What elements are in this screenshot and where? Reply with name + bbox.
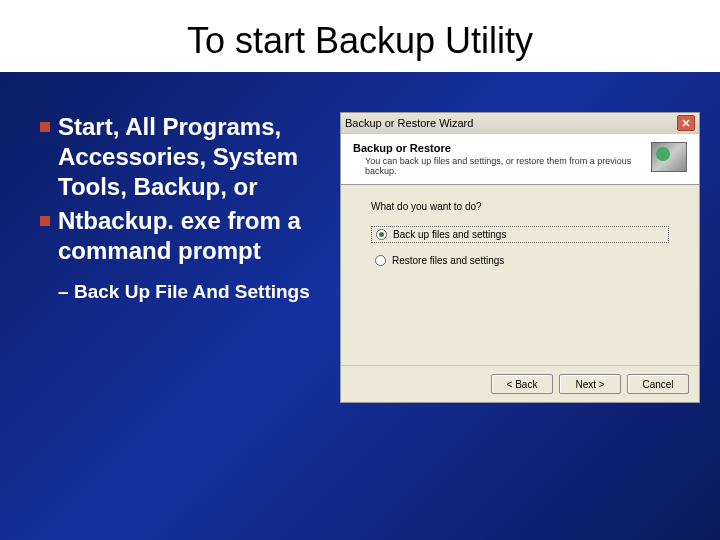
wizard-titlebar: Backup or Restore Wizard (341, 113, 699, 134)
wizard-header-text: Backup or Restore You can back up files … (353, 142, 651, 176)
radio-icon (376, 229, 387, 240)
radio-backup[interactable]: Back up files and settings (371, 226, 669, 243)
wizard-question: What do you want to do? (371, 201, 669, 212)
wizard-header: Backup or Restore You can back up files … (341, 134, 699, 185)
bullet-item: Ntbackup. exe from a command prompt (40, 206, 330, 266)
wizard-title: Backup or Restore Wizard (345, 117, 473, 129)
bullet-list: Start, All Programs, Accessories, System… (40, 112, 330, 266)
radio-restore[interactable]: Restore files and settings (371, 253, 669, 268)
next-button[interactable]: Next > (559, 374, 621, 394)
radio-label: Back up files and settings (393, 229, 506, 240)
slide-content: Start, All Programs, Accessories, System… (0, 72, 720, 423)
radio-icon (375, 255, 386, 266)
wizard-footer: < Back Next > Cancel (341, 365, 699, 402)
bullet-item: Start, All Programs, Accessories, System… (40, 112, 330, 202)
wizard-header-title: Backup or Restore (353, 142, 651, 154)
cancel-button[interactable]: Cancel (627, 374, 689, 394)
right-column: Backup or Restore Wizard Backup or Resto… (340, 112, 700, 403)
wizard-window: Backup or Restore Wizard Backup or Resto… (340, 112, 700, 403)
left-column: Start, All Programs, Accessories, System… (40, 112, 330, 403)
sub-bullet: Back Up File And Settings (40, 280, 330, 305)
radio-label: Restore files and settings (392, 255, 504, 266)
close-icon[interactable] (677, 115, 695, 131)
back-button[interactable]: < Back (491, 374, 553, 394)
slide-title: To start Backup Utility (0, 0, 720, 72)
backup-icon (651, 142, 687, 172)
wizard-body: What do you want to do? Back up files an… (341, 185, 699, 365)
wizard-header-sub: You can back up files and settings, or r… (353, 156, 651, 176)
